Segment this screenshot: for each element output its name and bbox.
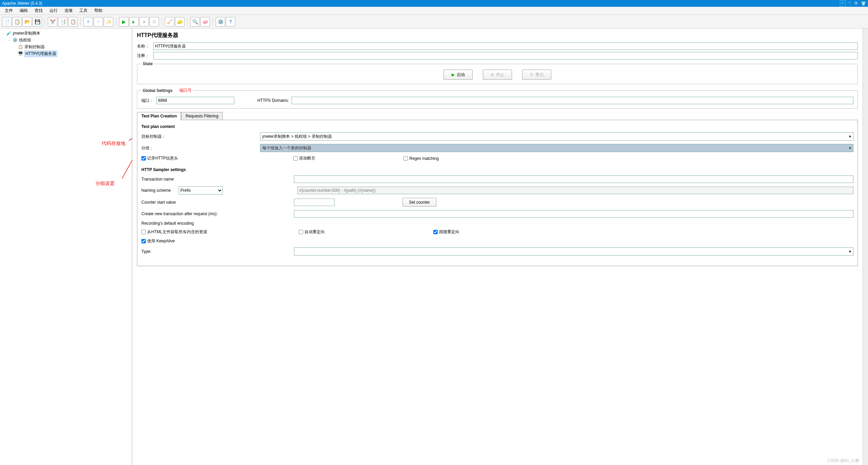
play-icon: ▶: [452, 72, 455, 77]
wand-button[interactable]: ✨: [104, 17, 113, 26]
create-txn-label: Create new transaction after request (ms…: [141, 211, 291, 216]
tree-proxy-server[interactable]: 🖥️ HTTP代理服务器: [1, 50, 131, 57]
watermark: CSDN @hn_大鹏: [827, 458, 859, 464]
open-button[interactable]: 📂: [22, 17, 32, 26]
restart-icon: ↻: [530, 72, 533, 77]
templates-button[interactable]: 📋: [12, 17, 22, 26]
record-http-headers-checkbox[interactable]: 记录HTTP信息头: [141, 155, 178, 161]
menu-file[interactable]: 文件: [2, 7, 16, 14]
type-select[interactable]: [294, 247, 853, 256]
scrollbar[interactable]: [863, 29, 868, 465]
group-label: 分组：: [141, 145, 257, 151]
reset-search-button[interactable]: 🧼: [200, 17, 210, 26]
target-controller-select[interactable]: jmeter录制脚本 > 线程组 > 录制控制器: [260, 132, 853, 141]
menu-tools[interactable]: 工具: [77, 7, 90, 14]
menu-options[interactable]: 选项: [62, 7, 75, 14]
html-resources-checkbox[interactable]: 从HTML文件获取所有内含的资源: [141, 229, 207, 235]
keepalive-checkbox[interactable]: 使用 KeepAlive: [141, 238, 175, 244]
clear-all-button[interactable]: 🧽: [175, 17, 184, 26]
panel-title: HTTP代理服务器: [137, 32, 858, 39]
create-txn-input[interactable]: [294, 210, 853, 218]
ime-indicator[interactable]: 中: [840, 0, 846, 7]
tree-toggle-icon[interactable]: ◦: [1, 32, 5, 35]
https-input[interactable]: [292, 97, 853, 104]
shirt-icon[interactable]: 👕: [861, 1, 866, 6]
counter-start-input[interactable]: [294, 199, 335, 206]
window-title: Apache JMeter (5.4.3): [2, 1, 42, 6]
menu-run[interactable]: 运行: [47, 7, 60, 14]
find-button[interactable]: 🔍: [190, 17, 200, 26]
type-label: Type:: [141, 249, 291, 254]
tree-panel: ◦ 🧪 jmeter录制脚本 ◦ ⚙️ 线程组 📋 录制控制器 🖥️ HTTP代…: [0, 29, 132, 465]
run-button[interactable]: ▶: [119, 17, 129, 26]
tree-recording-label: 录制控制器: [24, 44, 45, 50]
name-input[interactable]: [153, 42, 858, 50]
comment-label: 注释：: [137, 53, 151, 59]
counter-start-label: Counter start value: [141, 200, 291, 205]
cut-button[interactable]: ✂️: [48, 17, 57, 26]
tree-proxy-label: HTTP代理服务器: [24, 51, 57, 57]
testplan-icon: 🧪: [6, 31, 12, 36]
tab-body: Test plan content 目标控制器： jmeter录制脚本 > 线程…: [137, 120, 858, 266]
stop-icon: ⊘: [491, 72, 494, 77]
copy-button[interactable]: 📑: [58, 17, 67, 26]
transaction-name-input[interactable]: [294, 175, 853, 183]
clear-button[interactable]: 🧹: [165, 17, 174, 26]
add-assertion-checkbox[interactable]: 添加断言: [293, 155, 315, 161]
global-settings-fieldset: Global Settings 端口号 端口： HTTPS Domains:: [137, 88, 858, 109]
tree-root-label: jmeter录制脚本: [13, 31, 40, 36]
tab-creation[interactable]: Test Plan Creation: [137, 112, 181, 120]
auto-redirect-checkbox[interactable]: 自动重定向: [299, 229, 325, 235]
menu-search[interactable]: 查找: [32, 7, 45, 14]
state-legend: State: [141, 61, 154, 66]
start-button[interactable]: ▶ 启动: [443, 70, 473, 80]
proxy-icon: 🖥️: [18, 51, 23, 56]
tree-toggle-icon[interactable]: ◦: [7, 38, 11, 42]
help-button[interactable]: ?: [226, 17, 235, 26]
name-label: 名称：: [137, 43, 151, 49]
http-sampler-legend: HTTP Sampler settings: [141, 167, 853, 172]
titlebar-right: 中 °, 半 👕: [840, 0, 866, 7]
regex-matching-checkbox[interactable]: Regex matching: [403, 156, 439, 161]
toolbar: 📄 📋 📂 💾 ✂️ 📑 📋 ＋ － ✨ ▶ ⏵ ● ⊘ 🧹 🧽 🔍 🧼 ⚙️ …: [0, 15, 868, 29]
testplan-content-legend: Test plan content: [141, 124, 853, 129]
menubar: 文件 编辑 查找 运行 选项 工具 帮助: [0, 7, 868, 15]
restart-button[interactable]: ↻ 重启: [522, 70, 551, 80]
naming-scheme-label: Naming scheme: [141, 188, 175, 193]
port-input[interactable]: [156, 97, 234, 104]
encoding-label: Recording's default encoding: [141, 221, 291, 226]
tree-threadgroup[interactable]: ◦ ⚙️ 线程组: [1, 37, 131, 43]
paste-button[interactable]: 📋: [68, 17, 78, 26]
new-button[interactable]: 📄: [2, 17, 12, 26]
tab-filtering[interactable]: Requests Filtering: [181, 112, 223, 120]
stop-button[interactable]: ●: [139, 17, 149, 26]
function-helper-button[interactable]: ⚙️: [216, 17, 225, 26]
run-no-timer-button[interactable]: ⏵: [129, 17, 139, 26]
tab-strip: Test Plan Creation Requests Filtering: [137, 112, 858, 120]
group-select[interactable]: 每个组放入一个新的控制器: [260, 144, 853, 152]
half-indicator[interactable]: 半: [854, 1, 858, 6]
naming-scheme-select[interactable]: Prefix: [179, 186, 223, 194]
tree-root[interactable]: ◦ 🧪 jmeter录制脚本: [1, 30, 131, 37]
follow-redirect-checkbox[interactable]: 跟随重定向: [433, 229, 459, 235]
naming-format-input: [297, 187, 853, 194]
set-counter-button[interactable]: Set counter: [402, 198, 436, 207]
stop-button-state[interactable]: ⊘ 停止: [483, 70, 512, 80]
gear-icon: ⚙️: [12, 37, 18, 43]
add-button[interactable]: ＋: [83, 17, 93, 26]
state-fieldset: State ▶ 启动 ⊘ 停止 ↻ 重启: [137, 61, 858, 84]
https-label: HTTPS Domains:: [257, 98, 289, 103]
comment-input[interactable]: [153, 52, 858, 59]
global-legend: Global Settings: [143, 88, 173, 93]
save-button[interactable]: 💾: [33, 17, 42, 26]
menu-edit[interactable]: 编辑: [17, 7, 31, 14]
menu-help[interactable]: 帮助: [92, 7, 105, 14]
tree-recording-controller[interactable]: 📋 录制控制器: [1, 43, 131, 50]
controller-icon: 📋: [18, 44, 23, 50]
target-controller-label: 目标控制器：: [141, 134, 257, 140]
tree-threadgroup-label: 线程组: [19, 37, 31, 43]
shutdown-button[interactable]: ⊘: [150, 17, 159, 26]
remove-button[interactable]: －: [94, 17, 103, 26]
port-label: 端口：: [141, 98, 154, 104]
main-panel: HTTP代理服务器 名称： 注释： State ▶ 启动 ⊘: [132, 29, 863, 465]
